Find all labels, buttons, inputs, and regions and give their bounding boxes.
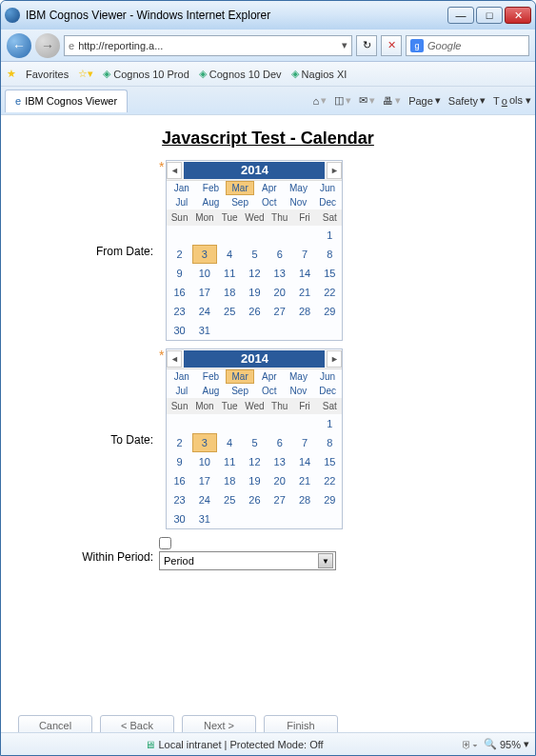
day-26[interactable]: 26 bbox=[242, 490, 267, 509]
day-4[interactable]: 4 bbox=[217, 245, 242, 264]
maximize-button[interactable]: □ bbox=[476, 7, 503, 24]
day-14[interactable]: 14 bbox=[292, 452, 317, 471]
stop-button[interactable]: ✕ bbox=[381, 35, 402, 56]
safety-menu[interactable]: Safety ▾ bbox=[448, 94, 486, 107]
fav-item-1[interactable]: ◈Cognos 10 Dev bbox=[199, 68, 282, 80]
month-may[interactable]: May bbox=[284, 181, 313, 195]
month-nov[interactable]: Nov bbox=[284, 195, 313, 209]
month-feb[interactable]: Feb bbox=[196, 369, 226, 384]
month-jul[interactable]: Jul bbox=[167, 195, 196, 209]
day-21[interactable]: 21 bbox=[292, 471, 317, 490]
tools-menu[interactable]: Tools ▾ bbox=[493, 94, 531, 107]
month-apr[interactable]: Apr bbox=[254, 181, 284, 195]
day-18[interactable]: 18 bbox=[217, 471, 242, 490]
next-button[interactable]: Next > bbox=[182, 715, 256, 732]
within-period-checkbox[interactable] bbox=[159, 537, 171, 549]
month-apr[interactable]: Apr bbox=[254, 369, 284, 384]
day-17[interactable]: 17 bbox=[192, 283, 217, 302]
fav-suggested-icon[interactable]: ☆▾ bbox=[78, 68, 93, 80]
month-jan[interactable]: Jan bbox=[167, 181, 196, 195]
to-date-calendar[interactable]: ◄2014►JanFebMarAprMayJunJulAugSepOctNovD… bbox=[166, 348, 343, 529]
page-menu[interactable]: Page ▾ bbox=[408, 94, 441, 107]
month-aug[interactable]: Aug bbox=[196, 384, 226, 398]
day-6[interactable]: 6 bbox=[268, 433, 292, 452]
day-22[interactable]: 22 bbox=[317, 471, 342, 490]
month-jun[interactable]: Jun bbox=[313, 369, 343, 384]
finish-button[interactable]: Finish bbox=[264, 715, 338, 732]
day-3[interactable]: 3 bbox=[192, 245, 217, 264]
day-29[interactable]: 29 bbox=[317, 302, 342, 321]
day-23[interactable]: 23 bbox=[167, 490, 191, 509]
day-16[interactable]: 16 bbox=[167, 471, 191, 490]
print-button[interactable]: 🖶▾ bbox=[383, 94, 401, 107]
search-box[interactable]: g Google bbox=[406, 35, 529, 56]
from-date-calendar[interactable]: ◄2014►JanFebMarAprMayJunJulAugSepOctNovD… bbox=[166, 160, 343, 341]
day-6[interactable]: 6 bbox=[268, 245, 292, 264]
month-nov[interactable]: Nov bbox=[284, 384, 313, 398]
day-14[interactable]: 14 bbox=[292, 264, 317, 283]
day-9[interactable]: 9 bbox=[167, 452, 191, 471]
month-mar[interactable]: Mar bbox=[226, 369, 255, 384]
day-15[interactable]: 15 bbox=[317, 264, 342, 283]
month-oct[interactable]: Oct bbox=[254, 195, 284, 209]
month-feb[interactable]: Feb bbox=[196, 181, 226, 195]
day-28[interactable]: 28 bbox=[292, 302, 317, 321]
day-10[interactable]: 10 bbox=[192, 264, 217, 283]
day-13[interactable]: 13 bbox=[268, 452, 292, 471]
month-mar[interactable]: Mar bbox=[226, 181, 255, 195]
favorites-label[interactable]: Favorites bbox=[26, 69, 69, 80]
day-11[interactable]: 11 bbox=[217, 452, 242, 471]
day-16[interactable]: 16 bbox=[167, 283, 191, 302]
day-31[interactable]: 31 bbox=[192, 509, 217, 528]
day-12[interactable]: 12 bbox=[242, 264, 267, 283]
day-23[interactable]: 23 bbox=[167, 302, 191, 321]
day-21[interactable]: 21 bbox=[292, 283, 317, 302]
day-7[interactable]: 7 bbox=[292, 433, 317, 452]
day-30[interactable]: 30 bbox=[167, 509, 191, 528]
day-10[interactable]: 10 bbox=[192, 452, 217, 471]
status-shield-icon[interactable]: ⛨▾ bbox=[462, 739, 478, 750]
month-aug[interactable]: Aug bbox=[196, 195, 226, 209]
day-8[interactable]: 8 bbox=[317, 433, 342, 452]
day-8[interactable]: 8 bbox=[317, 245, 342, 264]
refresh-button[interactable]: ↻ bbox=[356, 35, 377, 56]
day-22[interactable]: 22 bbox=[317, 283, 342, 302]
mail-button[interactable]: ✉▾ bbox=[359, 94, 375, 107]
day-25[interactable]: 25 bbox=[217, 490, 242, 509]
day-12[interactable]: 12 bbox=[242, 452, 267, 471]
month-jun[interactable]: Jun bbox=[313, 181, 343, 195]
day-20[interactable]: 20 bbox=[268, 471, 292, 490]
day-13[interactable]: 13 bbox=[268, 264, 292, 283]
month-jul[interactable]: Jul bbox=[167, 384, 196, 398]
fav-item-2[interactable]: ◈Nagios XI bbox=[291, 68, 347, 80]
day-19[interactable]: 19 bbox=[242, 471, 267, 490]
day-15[interactable]: 15 bbox=[317, 452, 342, 471]
favorites-star-icon[interactable]: ★ bbox=[7, 68, 16, 80]
day-2[interactable]: 2 bbox=[167, 433, 191, 452]
day-11[interactable]: 11 bbox=[217, 264, 242, 283]
home-button[interactable]: ⌂▾ bbox=[312, 94, 327, 107]
month-jan[interactable]: Jan bbox=[167, 369, 196, 384]
address-bar[interactable]: e http://reporting.a... ▾ bbox=[64, 35, 352, 56]
day-20[interactable]: 20 bbox=[268, 283, 292, 302]
day-5[interactable]: 5 bbox=[242, 245, 267, 264]
feeds-button[interactable]: ◫▾ bbox=[334, 94, 351, 107]
forward-button[interactable]: → bbox=[35, 33, 60, 58]
month-sep[interactable]: Sep bbox=[226, 195, 255, 209]
zoom-control[interactable]: 🔍 95% ▾ bbox=[484, 738, 529, 750]
tab-cognos-viewer[interactable]: e IBM Cognos Viewer bbox=[5, 90, 128, 112]
month-sep[interactable]: Sep bbox=[226, 384, 255, 398]
day-9[interactable]: 9 bbox=[167, 264, 191, 283]
day-17[interactable]: 17 bbox=[192, 471, 217, 490]
day-27[interactable]: 27 bbox=[268, 490, 292, 509]
minimize-button[interactable]: — bbox=[447, 7, 474, 24]
period-select[interactable]: Period ▼ bbox=[159, 551, 336, 570]
prev-year-button[interactable]: ◄ bbox=[167, 350, 182, 368]
day-7[interactable]: 7 bbox=[292, 245, 317, 264]
day-27[interactable]: 27 bbox=[268, 302, 292, 321]
day-25[interactable]: 25 bbox=[217, 302, 242, 321]
day-1[interactable]: 1 bbox=[317, 414, 342, 433]
next-year-button[interactable]: ► bbox=[327, 162, 342, 179]
day-4[interactable]: 4 bbox=[217, 433, 242, 452]
day-2[interactable]: 2 bbox=[167, 245, 191, 264]
